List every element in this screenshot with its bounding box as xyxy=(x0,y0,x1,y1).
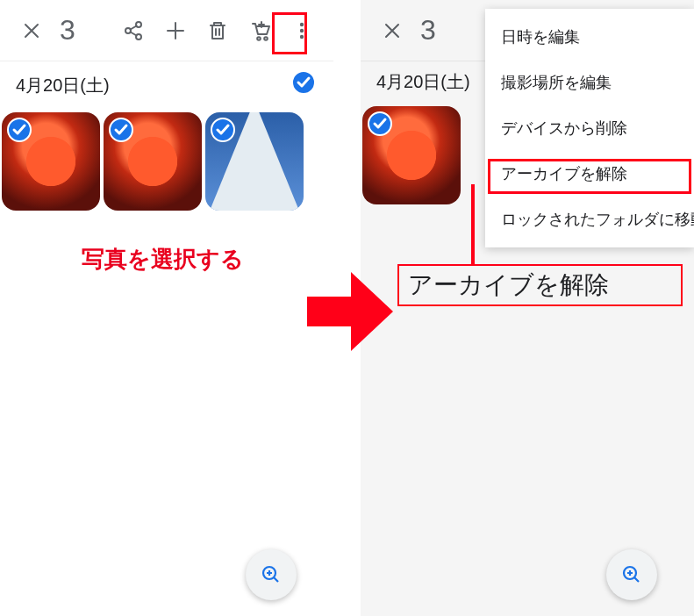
add-button[interactable] xyxy=(158,13,193,48)
date-label: 4月20日(土) xyxy=(16,74,110,97)
check-icon xyxy=(291,70,318,97)
select-all-toggle[interactable] xyxy=(291,70,318,100)
selection-badge xyxy=(109,118,133,142)
svg-point-11 xyxy=(211,118,234,141)
share-button[interactable] xyxy=(116,13,151,48)
cart-icon xyxy=(248,19,271,42)
check-icon xyxy=(368,111,392,136)
photo-thumbnail[interactable] xyxy=(104,112,202,211)
photo-thumbnail[interactable] xyxy=(362,106,461,204)
zoom-in-icon xyxy=(260,563,283,586)
delete-button[interactable] xyxy=(200,13,235,48)
zoom-in-icon xyxy=(620,563,643,586)
check-icon xyxy=(109,118,133,142)
photo-thumbnail[interactable] xyxy=(205,112,304,211)
trash-icon xyxy=(206,19,229,42)
annotation-callout-text: アーカイブを解除 xyxy=(408,269,609,302)
selection-count: 3 xyxy=(60,14,75,47)
selection-badge xyxy=(211,118,235,142)
svg-point-9 xyxy=(8,118,31,141)
annotation-highlight-more xyxy=(272,12,307,54)
selection-badge xyxy=(368,111,392,136)
annotation-arrow xyxy=(307,272,395,351)
share-icon xyxy=(122,19,145,42)
svg-point-4 xyxy=(264,37,268,40)
photo-grid xyxy=(0,112,333,211)
menu-item-delete-device[interactable]: デバイスから削除 xyxy=(485,105,694,151)
screen-selection-view: 3 4月20日(土) xyxy=(0,0,333,616)
menu-item-move-locked[interactable]: ロックされたフォルダに移動 xyxy=(485,197,694,242)
svg-point-10 xyxy=(110,118,132,141)
menu-item-edit-datetime[interactable]: 日時を編集 xyxy=(485,14,694,60)
annotation-connector xyxy=(471,184,475,264)
menu-item-edit-location[interactable]: 撮影場所を編集 xyxy=(485,60,694,105)
check-icon xyxy=(7,118,32,142)
overflow-menu: 日時を編集 撮影場所を編集 デバイスから削除 アーカイブを解除 ロックされたフォ… xyxy=(485,9,694,247)
check-icon xyxy=(211,118,235,142)
annotation-caption: 写真を選択する xyxy=(0,244,325,275)
photo-thumbnail[interactable] xyxy=(2,112,100,211)
plus-icon xyxy=(164,19,187,42)
close-icon xyxy=(20,19,43,42)
annotation-highlight-unarchive xyxy=(488,159,691,194)
date-header: 4月20日(土) xyxy=(0,61,333,112)
selection-badge xyxy=(7,118,32,142)
zoom-fab[interactable] xyxy=(606,549,657,600)
svg-point-3 xyxy=(257,37,261,40)
annotation-callout: アーカイブを解除 xyxy=(397,264,683,306)
zoom-fab[interactable] xyxy=(246,549,297,600)
svg-point-13 xyxy=(368,112,391,135)
screen-overflow-menu: 3 4月20日(土) 日時を編集 撮影場所を編集 デバイスから削除 アーカイブを… xyxy=(361,0,694,616)
close-button[interactable] xyxy=(14,13,49,48)
